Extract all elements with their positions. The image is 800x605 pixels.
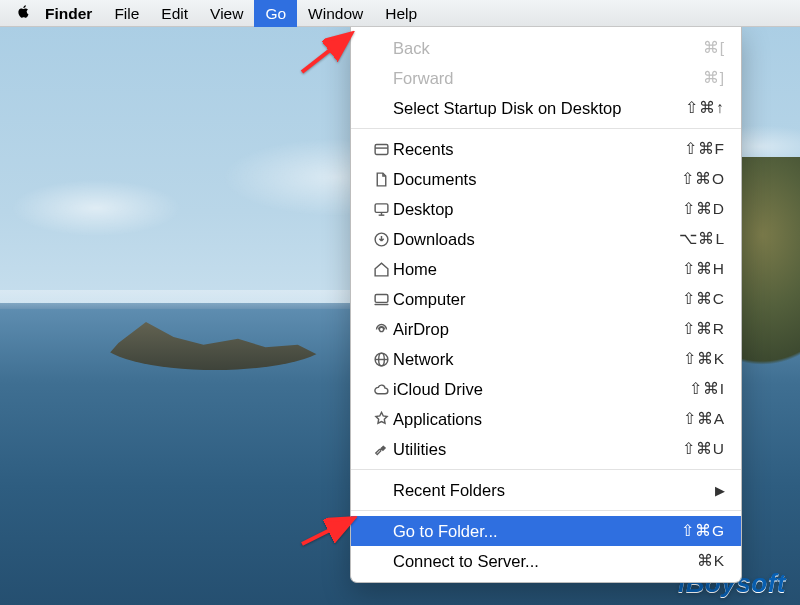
menu-item-label: Desktop [393,200,682,219]
menu-item-label: Recent Folders [393,481,715,500]
computer-icon [369,290,393,308]
menu-item-label: Computer [393,290,682,309]
menu-item-connect-to-server[interactable]: Connect to Server...⌘K [351,546,741,576]
menu-window[interactable]: Window [297,0,374,27]
menu-item-label: Back [393,39,703,58]
menu-item-shortcut: ⇧⌘H [682,260,725,278]
submenu-arrow-icon: ▶ [715,483,725,498]
menu-item-documents[interactable]: Documents⇧⌘O [351,164,741,194]
menu-item-network[interactable]: Network⇧⌘K [351,344,741,374]
menu-file[interactable]: File [103,0,150,27]
menu-separator [351,469,741,470]
recents-icon [369,140,393,158]
menubar: FinderFileEditViewGoWindowHelp [0,0,800,27]
menu-item-label: AirDrop [393,320,682,339]
desktop-icon [369,200,393,218]
go-menu-dropdown: Back⌘[Forward⌘]Select Startup Disk on De… [350,27,742,583]
menu-item-downloads[interactable]: Downloads⌥⌘L [351,224,741,254]
menu-item-shortcut: ⇧⌘U [682,440,725,458]
menu-item-label: Network [393,350,683,369]
menu-item-desktop[interactable]: Desktop⇧⌘D [351,194,741,224]
menu-item-label: Utilities [393,440,682,459]
network-icon [369,350,393,368]
airdrop-icon [369,320,393,338]
menu-item-computer[interactable]: Computer⇧⌘C [351,284,741,314]
menu-item-shortcut: ⇧⌘I [689,380,725,398]
menu-item-label: Go to Folder... [393,522,681,541]
menu-item-shortcut: ⇧⌘K [683,350,725,368]
menu-go[interactable]: Go [254,0,297,27]
menu-item-shortcut: ⇧⌘A [683,410,725,428]
annotation-arrow-top [298,30,362,76]
menu-item-recents[interactable]: Recents⇧⌘F [351,134,741,164]
menu-item-label: Forward [393,69,703,88]
menu-item-label: iCloud Drive [393,380,689,399]
menu-item-shortcut: ⇧⌘F [684,140,725,158]
menu-finder[interactable]: Finder [34,0,103,27]
menu-item-airdrop[interactable]: AirDrop⇧⌘R [351,314,741,344]
menu-item-go-to-folder[interactable]: Go to Folder...⇧⌘G [351,516,741,546]
menu-item-label: Select Startup Disk on Desktop [393,99,685,118]
menu-view[interactable]: View [199,0,254,27]
utilities-icon [369,440,393,458]
menu-item-shortcut: ⇧⌘R [682,320,725,338]
menu-help[interactable]: Help [374,0,428,27]
menu-separator [351,510,741,511]
apple-menu[interactable] [12,4,34,23]
menu-item-back: Back⌘[ [351,33,741,63]
menu-item-home[interactable]: Home⇧⌘H [351,254,741,284]
menu-item-shortcut: ⌘] [703,69,725,87]
menu-item-shortcut: ⇧⌘O [681,170,725,188]
menu-item-forward: Forward⌘] [351,63,741,93]
applications-icon [369,410,393,428]
menu-edit[interactable]: Edit [150,0,199,27]
menu-item-shortcut: ⇧⌘↑ [685,99,725,117]
documents-icon [369,170,393,188]
menu-item-label: Recents [393,140,684,159]
apple-logo-icon [16,4,31,23]
svg-line-1 [302,520,350,544]
menu-item-label: Downloads [393,230,679,249]
menu-item-recent-folders[interactable]: Recent Folders▶ [351,475,741,505]
menu-item-select-startup-disk-on-desktop[interactable]: Select Startup Disk on Desktop⇧⌘↑ [351,93,741,123]
home-icon [369,260,393,278]
menu-item-label: Documents [393,170,681,189]
menu-separator [351,128,741,129]
icloud-drive-icon [369,380,393,398]
menu-item-label: Connect to Server... [393,552,697,571]
downloads-icon [369,230,393,248]
menu-item-shortcut: ⇧⌘G [681,522,725,540]
svg-line-0 [302,36,348,72]
menu-item-shortcut: ⌥⌘L [679,230,725,248]
menu-item-icloud-drive[interactable]: iCloud Drive⇧⌘I [351,374,741,404]
menu-item-label: Applications [393,410,683,429]
menu-item-shortcut: ⇧⌘C [682,290,725,308]
annotation-arrow-bottom [298,510,362,550]
menu-item-utilities[interactable]: Utilities⇧⌘U [351,434,741,464]
menu-item-shortcut: ⇧⌘D [682,200,725,218]
menu-item-shortcut: ⌘K [697,552,725,570]
menu-item-shortcut: ⌘[ [703,39,725,57]
menu-item-applications[interactable]: Applications⇧⌘A [351,404,741,434]
menu-item-label: Home [393,260,682,279]
